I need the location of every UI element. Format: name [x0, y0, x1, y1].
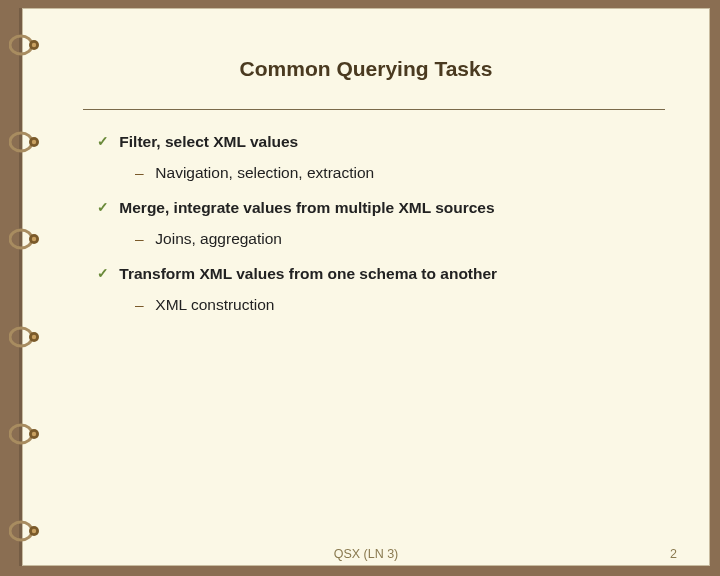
- list-item: ✓ Transform XML values from one schema t…: [97, 264, 665, 285]
- slide: Common Querying Tasks ✓ Filter, select X…: [22, 8, 710, 566]
- list-item: ✓ Merge, integrate values from multiple …: [97, 198, 665, 219]
- item-text: Transform XML values from one schema to …: [119, 265, 497, 282]
- svg-point-12: [10, 425, 32, 443]
- checkmark-icon: ✓: [97, 132, 115, 151]
- ring-icon: [9, 422, 43, 446]
- ring-icon: [9, 130, 43, 154]
- dash-icon: –: [135, 295, 151, 316]
- item-text: Filter, select XML values: [119, 133, 298, 150]
- binder-rings: [9, 33, 49, 543]
- svg-point-14: [32, 432, 36, 436]
- content-area: ✓ Filter, select XML values – Navigation…: [97, 132, 665, 316]
- sub-text: XML construction: [155, 296, 274, 313]
- ring-icon: [9, 325, 43, 349]
- list-item: ✓ Filter, select XML values: [97, 132, 665, 153]
- dash-icon: –: [135, 229, 151, 250]
- checkmark-icon: ✓: [97, 198, 115, 217]
- slide-title: Common Querying Tasks: [23, 57, 709, 81]
- svg-point-17: [32, 529, 36, 533]
- page-number: 2: [670, 547, 677, 561]
- sub-item: – Navigation, selection, extraction: [135, 163, 665, 184]
- svg-point-11: [32, 334, 36, 338]
- ring-icon: [9, 519, 43, 543]
- sub-text: Joins, aggregation: [155, 230, 282, 247]
- sub-text: Navigation, selection, extraction: [155, 164, 374, 181]
- ring-icon: [9, 227, 43, 251]
- sub-item: – Joins, aggregation: [135, 229, 665, 250]
- item-text: Merge, integrate values from multiple XM…: [119, 199, 494, 216]
- divider: [83, 109, 665, 110]
- sub-item: – XML construction: [135, 295, 665, 316]
- svg-point-8: [32, 237, 36, 241]
- checkmark-icon: ✓: [97, 264, 115, 283]
- svg-point-3: [10, 133, 32, 151]
- ring-icon: [9, 33, 43, 57]
- svg-point-9: [10, 328, 32, 346]
- svg-point-6: [10, 230, 32, 248]
- svg-point-15: [10, 522, 32, 540]
- svg-point-2: [32, 43, 36, 47]
- dash-icon: –: [135, 163, 151, 184]
- svg-point-0: [10, 36, 32, 54]
- svg-point-5: [32, 140, 36, 144]
- footer-center: QSX (LN 3): [23, 547, 709, 561]
